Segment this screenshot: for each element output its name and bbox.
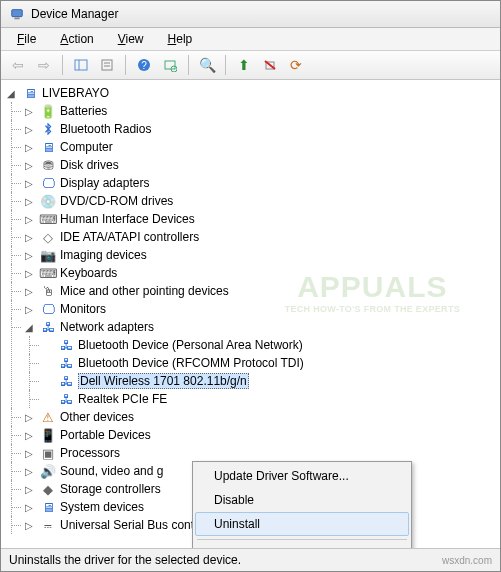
expand-icon[interactable]: ▷	[23, 250, 34, 261]
back-button[interactable]: ⇦	[7, 54, 29, 76]
network-adapter-icon: 🖧	[58, 373, 74, 389]
expand-icon[interactable]: ▷	[23, 412, 34, 423]
title-bar: Device Manager	[1, 1, 500, 28]
node-display[interactable]: ▷🖵Display adapters	[21, 174, 498, 192]
display-icon: 🖵	[40, 175, 56, 191]
expand-icon[interactable]: ▷	[23, 178, 34, 189]
properties-toolbar-button[interactable]	[96, 54, 118, 76]
node-label: Computer	[60, 140, 113, 154]
node-processors[interactable]: ▷▣Processors	[21, 444, 498, 462]
update-driver-button[interactable]: ⬆	[233, 54, 255, 76]
node-imaging[interactable]: ▷📷Imaging devices	[21, 246, 498, 264]
expand-icon[interactable]: ▷	[23, 466, 34, 477]
node-bluetooth[interactable]: ▷Bluetooth Radios	[21, 120, 498, 138]
ctx-uninstall[interactable]: Uninstall	[195, 512, 409, 536]
collapse-icon[interactable]: ◢	[5, 88, 16, 99]
expand-icon[interactable]: ▷	[23, 502, 34, 513]
device-tree[interactable]: APPUALS TECH HOW-TO'S FROM THE EXPERTS ◢…	[1, 80, 500, 548]
node-label: Monitors	[60, 302, 106, 316]
expand-icon[interactable]: ▷	[23, 214, 34, 225]
node-label: Display adapters	[60, 176, 149, 190]
node-other[interactable]: ▷⚠Other devices	[21, 408, 498, 426]
expand-icon[interactable]: ▷	[23, 448, 34, 459]
menu-help[interactable]: Help	[158, 30, 203, 48]
expand-icon[interactable]: ▷	[23, 304, 34, 315]
node-label: IDE ATA/ATAPI controllers	[60, 230, 199, 244]
menu-view[interactable]: View	[108, 30, 154, 48]
node-label: DVD/CD-ROM drives	[60, 194, 173, 208]
network-adapter-icon: 🖧	[58, 391, 74, 407]
expand-icon[interactable]: ▷	[23, 520, 34, 531]
expand-icon[interactable]: ▷	[23, 142, 34, 153]
expand-icon[interactable]: ▷	[23, 286, 34, 297]
toolbar-separator	[125, 55, 126, 75]
node-dell-wireless[interactable]: ·🖧Dell Wireless 1701 802.11b/g/n	[39, 372, 498, 390]
menu-action[interactable]: Action	[50, 30, 103, 48]
expand-icon[interactable]: ▷	[23, 106, 34, 117]
node-label: Mice and other pointing devices	[60, 284, 229, 298]
network-adapter-icon: 🖧	[58, 355, 74, 371]
node-label: Storage controllers	[60, 482, 161, 496]
window-title: Device Manager	[31, 7, 118, 21]
toolbar-separator	[188, 55, 189, 75]
node-portable[interactable]: ▷📱Portable Devices	[21, 426, 498, 444]
status-bar: Uninstalls the driver for the selected d…	[1, 548, 500, 571]
dvd-icon: 💿	[40, 193, 56, 209]
expand-icon[interactable]: ▷	[23, 268, 34, 279]
node-bt-rfcomm[interactable]: ·🖧Bluetooth Device (RFCOMM Protocol TDI)	[39, 354, 498, 372]
node-computer[interactable]: ▷🖥Computer	[21, 138, 498, 156]
node-label: Bluetooth Radios	[60, 122, 151, 136]
node-disk[interactable]: ▷⛃Disk drives	[21, 156, 498, 174]
node-realtek[interactable]: ·🖧Realtek PCIe FE	[39, 390, 498, 408]
node-network[interactable]: ◢🖧Network adapters	[21, 318, 498, 336]
ctx-disable[interactable]: Disable	[195, 488, 409, 512]
sound-icon: 🔊	[40, 463, 56, 479]
menu-file[interactable]: File	[7, 30, 46, 48]
node-bt-pan[interactable]: ·🖧Bluetooth Device (Personal Area Networ…	[39, 336, 498, 354]
expand-icon[interactable]: ▷	[23, 124, 34, 135]
node-label: Human Interface Devices	[60, 212, 195, 226]
node-label: Realtek PCIe FE	[78, 392, 167, 406]
ctx-update-driver[interactable]: Update Driver Software...	[195, 464, 409, 488]
node-label: Other devices	[60, 410, 134, 424]
show-hide-console-button[interactable]	[70, 54, 92, 76]
mouse-icon: 🖱	[40, 283, 56, 299]
node-ide[interactable]: ▷◇IDE ATA/ATAPI controllers	[21, 228, 498, 246]
svg-rect-4	[102, 60, 112, 70]
expand-icon[interactable]: ▷	[23, 160, 34, 171]
expand-icon[interactable]: ▷	[23, 232, 34, 243]
node-label: Disk drives	[60, 158, 119, 172]
expand-icon[interactable]: ▷	[23, 196, 34, 207]
node-monitors[interactable]: ▷🖵Monitors	[21, 300, 498, 318]
node-keyboards[interactable]: ▷⌨Keyboards	[21, 264, 498, 282]
scan-button[interactable]	[159, 54, 181, 76]
node-label: Imaging devices	[60, 248, 147, 262]
node-label: Processors	[60, 446, 120, 460]
node-mice[interactable]: ▷🖱Mice and other pointing devices	[21, 282, 498, 300]
uninstall-driver-button[interactable]	[259, 54, 281, 76]
usb-icon: ⎓	[40, 517, 56, 533]
node-dvd[interactable]: ▷💿DVD/CD-ROM drives	[21, 192, 498, 210]
ctx-scan[interactable]: Scan for hardware changes	[195, 543, 409, 548]
node-label: Batteries	[60, 104, 107, 118]
device-manager-window: Device Manager File Action View Help ⇦ ⇨…	[0, 0, 501, 572]
ctx-separator	[197, 539, 407, 540]
hid-icon: ⌨	[40, 211, 56, 227]
expand-icon[interactable]: ▷	[23, 430, 34, 441]
root-node[interactable]: ◢ 🖥 LIVEBRAYO	[3, 84, 498, 102]
help-button[interactable]: ?	[133, 54, 155, 76]
find-button[interactable]: 🔍	[196, 54, 218, 76]
app-icon	[9, 6, 25, 22]
expand-icon[interactable]: ▷	[23, 484, 34, 495]
collapse-icon[interactable]: ◢	[23, 322, 34, 333]
forward-button[interactable]: ⇨	[33, 54, 55, 76]
other-devices-icon: ⚠	[40, 409, 56, 425]
node-label: LIVEBRAYO	[42, 86, 109, 100]
network-adapter-icon: 🖧	[58, 337, 74, 353]
computer-root-icon: 🖥	[22, 85, 38, 101]
node-label: Portable Devices	[60, 428, 151, 442]
node-label: Dell Wireless 1701 802.11b/g/n	[78, 373, 249, 389]
node-hid[interactable]: ▷⌨Human Interface Devices	[21, 210, 498, 228]
node-batteries[interactable]: ▷🔋Batteries	[21, 102, 498, 120]
disable-button[interactable]: ⟳	[285, 54, 307, 76]
